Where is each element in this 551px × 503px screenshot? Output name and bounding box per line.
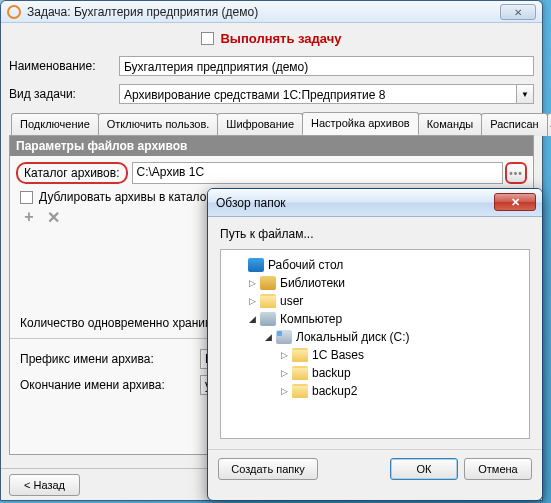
window-close-button[interactable]: ✕ — [500, 4, 536, 20]
tree-label: user — [280, 294, 303, 308]
dialog-close-button[interactable]: ✕ — [494, 193, 536, 211]
type-select[interactable]: Архивирование средствами 1С:Предприятие … — [119, 84, 517, 104]
tree-disk-c[interactable]: ◢ Локальный диск (C:) — [225, 328, 525, 346]
remove-button[interactable]: ✕ — [44, 208, 62, 226]
tree-libraries[interactable]: ▷ Библиотеки — [225, 274, 525, 292]
tab-connection[interactable]: Подключение — [11, 113, 99, 136]
expander-icon[interactable]: ▷ — [279, 386, 290, 397]
tab-disconnect-users[interactable]: Отключить пользов. — [98, 113, 219, 136]
dialog-body: Путь к файлам... Рабочий стол ▷ Библиоте… — [208, 217, 542, 449]
window-title: Задача: Бухгалтерия предприятия (демо) — [27, 5, 258, 19]
expander-icon[interactable]: ▷ — [279, 350, 290, 361]
tab-scroll-left[interactable]: ◂ — [547, 113, 551, 136]
tree-label: Локальный диск (C:) — [296, 330, 410, 344]
tree-label: Компьютер — [280, 312, 342, 326]
name-input[interactable]: Бухгалтерия предприятия (демо) — [119, 56, 534, 76]
type-label: Вид задачи: — [9, 87, 119, 101]
expander-icon[interactable] — [235, 260, 246, 271]
tree-folder-backup[interactable]: ▷ backup — [225, 364, 525, 382]
type-dropdown-button[interactable]: ▼ — [517, 84, 534, 104]
cancel-button[interactable]: Отмена — [464, 458, 532, 480]
desktop-icon — [248, 258, 264, 272]
name-row: Наименование: Бухгалтерия предприятия (д… — [9, 56, 534, 76]
tree-label: 1C Bases — [312, 348, 364, 362]
expander-icon[interactable]: ▷ — [279, 368, 290, 379]
duplicate-checkbox[interactable] — [20, 191, 33, 204]
ok-button[interactable]: ОК — [390, 458, 458, 480]
dialog-title: Обзор папок — [216, 196, 286, 210]
tab-bar: Подключение Отключить пользов. Шифровани… — [9, 112, 534, 135]
titlebar[interactable]: Задача: Бухгалтерия предприятия (демо) ✕ — [1, 1, 542, 23]
disk-icon — [276, 330, 292, 344]
tab-encryption[interactable]: Шифрование — [217, 113, 303, 136]
catalog-row: Каталог архивов: C:\Архив 1С ••• — [16, 162, 527, 184]
app-icon — [7, 5, 21, 19]
folder-icon — [292, 348, 308, 362]
suffix-label: Окончание имени архива: — [20, 378, 200, 392]
folder-icon — [260, 294, 276, 308]
expander-icon[interactable]: ▷ — [247, 278, 258, 289]
tree-label: Библиотеки — [280, 276, 345, 290]
dialog-footer: Создать папку ОК Отмена — [208, 449, 542, 488]
library-icon — [260, 276, 276, 290]
tree-folder-backup2[interactable]: ▷ backup2 — [225, 382, 525, 400]
execute-row: Выполнять задачу — [9, 31, 534, 46]
expander-icon[interactable]: ▷ — [247, 296, 258, 307]
tab-commands[interactable]: Команды — [418, 113, 483, 136]
create-folder-button[interactable]: Создать папку — [218, 458, 318, 480]
add-button[interactable]: + — [20, 208, 38, 226]
tree-label: Рабочий стол — [268, 258, 343, 272]
folder-tree[interactable]: Рабочий стол ▷ Библиотеки ▷ user ◢ Компь… — [220, 249, 530, 439]
back-button[interactable]: < Назад — [9, 474, 80, 496]
tree-desktop[interactable]: Рабочий стол — [225, 256, 525, 274]
dialog-path-label: Путь к файлам... — [220, 227, 530, 241]
tab-schedule[interactable]: Расписан — [481, 113, 547, 136]
expander-icon[interactable]: ◢ — [247, 314, 258, 325]
catalog-input[interactable]: C:\Архив 1С — [132, 162, 504, 184]
duplicate-label: Дублировать архивы в катало — [39, 190, 206, 204]
folder-icon — [292, 384, 308, 398]
execute-checkbox[interactable] — [201, 32, 214, 45]
tree-computer[interactable]: ◢ Компьютер — [225, 310, 525, 328]
tab-archive-settings[interactable]: Настройка архивов — [302, 112, 419, 135]
tree-label: backup2 — [312, 384, 357, 398]
tree-user[interactable]: ▷ user — [225, 292, 525, 310]
type-row: Вид задачи: Архивирование средствами 1С:… — [9, 84, 534, 104]
name-label: Наименование: — [9, 59, 119, 73]
dialog-titlebar[interactable]: Обзор папок ✕ — [208, 189, 542, 217]
execute-label: Выполнять задачу — [220, 31, 341, 46]
prefix-label: Префикс имени архива: — [20, 352, 200, 366]
folder-browse-dialog: Обзор папок ✕ Путь к файлам... Рабочий с… — [207, 188, 543, 501]
tree-label: backup — [312, 366, 351, 380]
computer-icon — [260, 312, 276, 326]
expander-icon[interactable]: ◢ — [263, 332, 274, 343]
catalog-label: Каталог архивов: — [16, 162, 128, 184]
tree-folder-1cbases[interactable]: ▷ 1C Bases — [225, 346, 525, 364]
folder-icon — [292, 366, 308, 380]
catalog-browse-button[interactable]: ••• — [505, 162, 527, 184]
section-title: Параметры файлов архивов — [10, 136, 533, 156]
